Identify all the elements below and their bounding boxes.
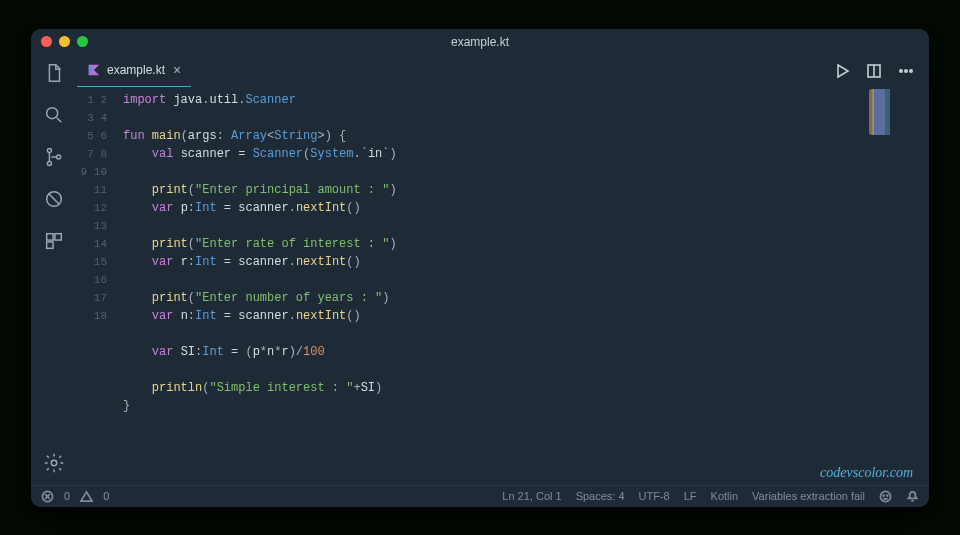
kotlin-file-icon [87,63,101,77]
titlebar: example.kt [31,29,929,55]
status-bar: 0 0 Ln 21, Col 1 Spaces: 4 UTF-8 LF Kotl… [31,485,929,507]
split-editor-icon[interactable] [865,62,883,80]
window-body: example.kt × 1 2 3 4 5 6 7 8 9 10 1 [31,55,929,485]
code-content[interactable]: import java.util.Scanner fun main(args: … [117,87,929,485]
window-title: example.kt [31,35,929,49]
bell-icon[interactable] [906,490,919,503]
svg-point-12 [910,69,912,71]
status-cursor[interactable]: Ln 21, Col 1 [502,490,561,502]
warning-icon[interactable] [80,490,93,503]
editor-actions [833,55,929,87]
error-count[interactable]: 0 [64,490,70,502]
svg-point-0 [47,107,58,118]
editor-window: example.kt [31,29,929,507]
minimap[interactable] [869,89,921,135]
run-icon[interactable] [833,62,851,80]
feedback-icon[interactable] [879,490,892,503]
status-extra[interactable]: Variables extraction fail [752,490,865,502]
svg-point-10 [900,69,902,71]
svg-point-16 [887,495,888,496]
watermark: codevscolor.com [820,465,913,481]
debug-icon[interactable] [42,187,66,211]
tab-label: example.kt [107,63,165,77]
warning-count[interactable]: 0 [103,490,109,502]
svg-point-1 [47,148,51,152]
status-encoding[interactable]: UTF-8 [639,490,670,502]
svg-rect-5 [47,233,53,239]
fullscreen-window-button[interactable] [77,36,88,47]
svg-point-15 [883,495,884,496]
status-language[interactable]: Kotlin [711,490,739,502]
tab-close-icon[interactable]: × [173,62,181,78]
svg-point-14 [880,491,890,501]
tab-example-kt[interactable]: example.kt × [77,55,191,87]
svg-point-3 [57,154,61,158]
status-eol[interactable]: LF [684,490,697,502]
status-spaces[interactable]: Spaces: 4 [576,490,625,502]
svg-rect-7 [47,241,53,247]
editor-area: example.kt × 1 2 3 4 5 6 7 8 9 10 1 [77,55,929,485]
close-window-button[interactable] [41,36,52,47]
error-icon[interactable] [41,490,54,503]
tab-bar: example.kt × [77,55,929,87]
svg-rect-6 [55,233,61,239]
extensions-icon[interactable] [42,229,66,253]
activity-bar [31,55,77,485]
svg-point-8 [51,460,57,466]
more-actions-icon[interactable] [897,62,915,80]
window-controls [41,36,88,47]
svg-point-11 [905,69,907,71]
explorer-icon[interactable] [42,61,66,85]
search-icon[interactable] [42,103,66,127]
line-gutter: 1 2 3 4 5 6 7 8 9 10 11 12 13 14 15 16 1… [77,87,117,485]
svg-point-2 [47,161,51,165]
source-control-icon[interactable] [42,145,66,169]
minimize-window-button[interactable] [59,36,70,47]
settings-icon[interactable] [42,451,66,475]
editor[interactable]: 1 2 3 4 5 6 7 8 9 10 11 12 13 14 15 16 1… [77,87,929,485]
